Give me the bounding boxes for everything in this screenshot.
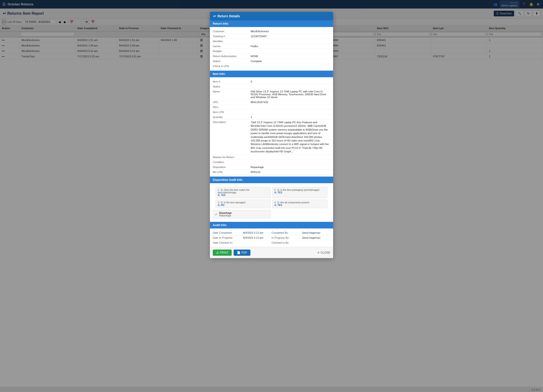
item-bin-lpn-row: Bin LPN: RPK123 [210, 170, 333, 175]
pdf-icon: 📄 [237, 251, 240, 254]
return-info-header: Return Info: [210, 20, 333, 27]
item-sku-row: SKU: [210, 105, 333, 110]
return-identifier-row: Identifier: [210, 39, 333, 44]
return-checkin-lpn-row: Check In LPN: [210, 64, 333, 69]
modal-footer: 🖨 PRINT 📄 PDF ✕ CLOSE [210, 247, 333, 258]
modal-overlay: ↩ Return Details Return Info: Customer: … [0, 0, 543, 387]
pdf-button[interactable]: 📄 PDF [234, 250, 250, 256]
checkmark-icon: ✓ [215, 212, 218, 216]
return-carrier-row: Carrier: FedEx [210, 44, 333, 49]
print-icon: 🖨 [216, 251, 219, 254]
print-button[interactable]: 🖨 PRINT [213, 250, 232, 256]
audit-item-1: 1 Q: Does the item match the description… [215, 187, 271, 198]
audit-date-completed-row: Date Completed: 8/4/2023 2:12 pm Complet… [210, 230, 333, 235]
audit-result: ✓ Repackage Repackage [213, 210, 271, 219]
return-status-row: Status: Complete [210, 59, 333, 64]
return-tracking-row: Tracking #: 1Z239723497 [210, 34, 333, 39]
audit-item-2: 2 Q: Is the item packaging open/damaged … [272, 187, 328, 198]
audit-item-4: 4 Q: Are all components present A: YES [272, 199, 328, 208]
item-info-header: Item Info: [210, 71, 333, 77]
modal-header: ↩ Return Details [210, 12, 333, 20]
close-button[interactable]: ✕ CLOSE [317, 251, 330, 254]
disposition-audit-body: 1 Q: Does the item match the description… [210, 183, 333, 222]
audit-checked-in-row: Date Checked In: Checked In By: [210, 240, 333, 245]
item-disposition-row: Disposition: Repackage [210, 165, 333, 170]
item-reason-row: Reason for Return: [210, 155, 333, 160]
disposition-audit-header: Disposition Audit Info: [210, 176, 333, 183]
item-name-row: Name: Dell Silver 13.3" Inspiron 13 7348… [210, 89, 333, 100]
item-qty-row: Quantity: 1 [210, 115, 333, 120]
item-status-row: Status: [210, 84, 333, 89]
close-x-icon: ✕ [317, 251, 320, 254]
return-info-body: Customer: MicoElectronics Tracking #: 1Z… [210, 27, 333, 71]
audit-info-body: Date Completed: 8/4/2023 2:12 pm Complet… [210, 228, 333, 247]
item-desc-row: Description: "Dell 13.3" Inspiron 13 734… [210, 120, 333, 155]
audit-item-3: 3 Q: Is the item damaged A: NO [215, 199, 271, 208]
item-condition-row: Condition: [210, 160, 333, 165]
item-upc-row: UPC: 884116167433 [210, 100, 333, 105]
audit-in-progress-row: Date In Progress: 8/4/2023 2:12 pm In Pr… [210, 235, 333, 240]
return-icon: ↩ [213, 14, 216, 18]
return-retailer-row: Retailer: [210, 49, 333, 54]
item-lpn-row: Item LPN: [210, 110, 333, 115]
item-num-row: Item #: 0 [210, 79, 333, 84]
return-auth-row: Return Authorization: NONE [210, 54, 333, 59]
return-customer-row: Customer: MicoElectronics [210, 29, 333, 34]
item-info-body: Item #: 0 Status: Name: Dell Silver 13.3… [210, 77, 333, 176]
audit-result-empty [272, 210, 330, 219]
audit-questions-grid: 1 Q: Does the item match the description… [213, 185, 330, 210]
return-details-modal: ↩ Return Details Return Info: Customer: … [210, 12, 333, 258]
audit-info-header: Audit Info: [210, 222, 333, 228]
